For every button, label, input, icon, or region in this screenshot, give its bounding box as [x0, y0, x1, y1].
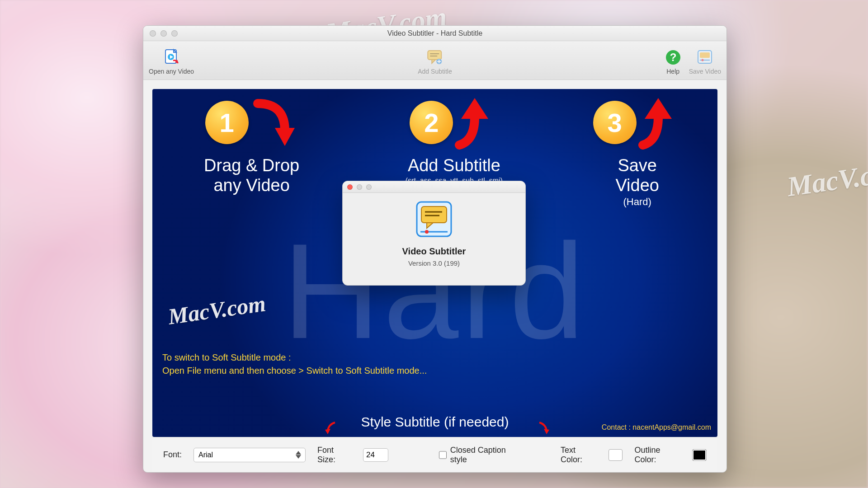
save-video-icon — [695, 48, 714, 67]
svg-point-17 — [702, 59, 704, 61]
closed-caption-checkbox[interactable] — [439, 451, 447, 459]
svg-marker-8 — [432, 60, 435, 63]
step-1-badge: 1 — [205, 101, 249, 144]
subtitle-add-icon — [425, 48, 444, 67]
subtitle-style-bar: Font: Arial Font Size: Closed Caption st… — [152, 437, 717, 472]
save-video-label: Save Video — [689, 68, 721, 75]
about-version: Version 3.0 (199) — [408, 259, 460, 267]
arrow-down-icon — [249, 95, 298, 150]
font-size-label: Font Size: — [317, 446, 351, 465]
contact-text: Contact : nacentApps@gmail.com — [602, 423, 711, 432]
help-button[interactable]: ? Help — [664, 46, 683, 75]
toolbar: Open any Video Add Subtitle — [143, 41, 726, 80]
text-color-label: Text Color: — [561, 446, 597, 465]
step-3: 3 Save Video (Hard) — [566, 95, 708, 437]
small-arrow-right-icon — [537, 421, 550, 434]
closed-caption-label: Closed Caption style — [450, 446, 519, 465]
help-icon: ? — [664, 48, 683, 67]
mode-hint: To switch to Soft Subtitle mode : Open F… — [162, 351, 427, 377]
svg-rect-15 — [700, 52, 710, 58]
svg-marker-18 — [275, 128, 295, 146]
add-subtitle-label: Add Subtitle — [418, 68, 452, 75]
close-icon[interactable] — [347, 184, 353, 190]
svg-rect-5 — [428, 51, 441, 60]
hint-line-1: To switch to Soft Subtitle mode : — [162, 351, 427, 364]
arrow-up-icon — [637, 95, 682, 150]
about-app-name: Video Subtitler — [402, 246, 466, 257]
font-label: Font: — [163, 450, 182, 460]
hint-line-2: Open File menu and then choose > Switch … — [162, 364, 427, 377]
file-open-icon — [162, 48, 181, 67]
font-select-wrap: Arial — [193, 448, 306, 462]
help-label: Help — [666, 68, 679, 75]
window-title: Video Subtitler - Hard Subtitle — [143, 29, 726, 38]
main-titlebar[interactable]: Video Subtitler - Hard Subtitle — [143, 26, 726, 41]
svg-marker-21 — [325, 429, 330, 434]
minimize-icon — [357, 184, 362, 190]
step-2-title: Add Subtitle — [364, 156, 544, 176]
open-video-button[interactable]: Open any Video — [149, 46, 194, 75]
app-icon — [413, 198, 455, 240]
style-subtitle-label: Style Subtitle (if needed) — [361, 414, 509, 430]
svg-marker-22 — [544, 429, 549, 434]
svg-rect-26 — [421, 206, 447, 223]
open-video-label: Open any Video — [149, 68, 194, 75]
step-1-title: Drag & Drop any Video — [161, 156, 342, 195]
add-subtitle-button: Add Subtitle — [418, 46, 452, 75]
outline-color-swatch[interactable] — [692, 449, 707, 461]
step-3-badge: 3 — [593, 101, 637, 144]
step-3-sub: (Hard) — [566, 196, 708, 208]
about-titlebar[interactable] — [343, 181, 525, 193]
font-size-input[interactable] — [363, 448, 388, 462]
zoom-icon — [366, 184, 372, 190]
text-color-swatch[interactable] — [609, 449, 623, 461]
about-dialog: Video Subtitler Version 3.0 (199) — [342, 181, 526, 286]
svg-point-31 — [425, 230, 429, 234]
step-3-title: Save Video — [566, 156, 708, 195]
small-arrow-left-icon — [324, 421, 338, 434]
step-1: 1 Drag & Drop any Video — [161, 95, 342, 437]
svg-text:?: ? — [670, 51, 676, 63]
outline-color-label: Outline Color: — [634, 446, 680, 465]
font-select[interactable]: Arial — [193, 448, 306, 462]
step-2-badge: 2 — [410, 101, 453, 144]
save-video-button: Save Video — [689, 46, 721, 75]
arrow-up-icon — [453, 95, 498, 150]
